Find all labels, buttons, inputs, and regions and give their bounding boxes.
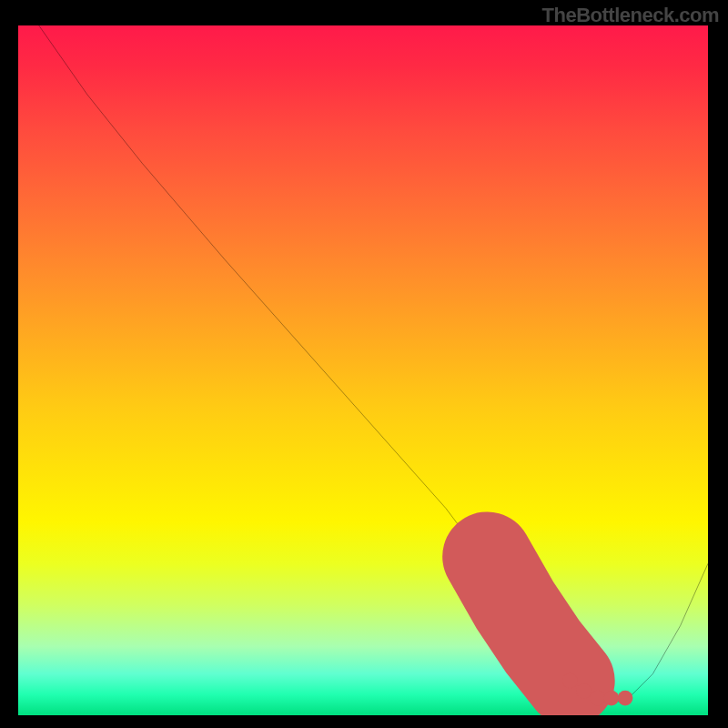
plot-gradient-background [18, 25, 708, 715]
chart-frame: TheBottleneck.com [0, 0, 728, 728]
watermark-text: TheBottleneck.com [542, 4, 719, 27]
